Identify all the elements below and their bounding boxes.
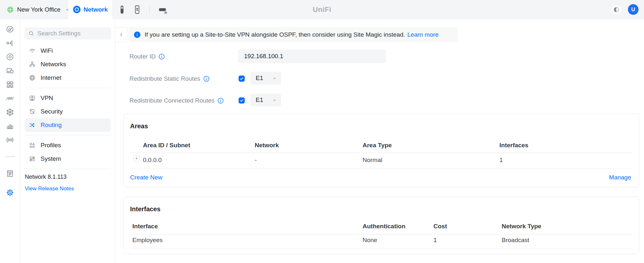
chevron-left-icon	[118, 32, 124, 38]
router-id-label: Router ID	[129, 53, 156, 60]
topology-icon[interactable]	[6, 39, 14, 47]
sidebar-item-system[interactable]: System	[24, 152, 111, 166]
areas-card-title: Areas	[130, 122, 148, 130]
settings-sidebar: WiFi Networks	[20, 19, 115, 263]
network-graph-icon[interactable]	[6, 108, 14, 116]
info-icon	[134, 32, 140, 38]
search-settings-box[interactable]	[24, 27, 111, 40]
sidebar-item-wifi[interactable]: WiFi	[24, 44, 111, 58]
dashboard-icon[interactable]	[6, 25, 14, 33]
table-divider	[130, 153, 632, 153]
search-settings-input[interactable]	[37, 30, 105, 37]
site-name: New York Office	[17, 6, 61, 13]
sidebar-item-routing[interactable]: Routing	[24, 118, 111, 132]
app-icon-rail	[0, 19, 20, 263]
area-id-cell: 0.0.0.0	[143, 157, 162, 164]
column-header: Authentication	[363, 223, 405, 230]
phone-device-icon[interactable]	[133, 5, 141, 14]
interfaces-table-header: Interface Authentication Cost Network Ty…	[124, 223, 639, 231]
system-logs-icon[interactable]	[6, 169, 14, 178]
sidebar-item-label: Networks	[41, 61, 66, 68]
settings-gear-icon[interactable]	[6, 188, 14, 197]
network-cell: -	[255, 157, 257, 164]
learn-more-link[interactable]: Learn more	[407, 31, 439, 38]
statistics-icon[interactable]	[6, 122, 14, 130]
sidebar-divider	[25, 88, 110, 88]
area-type-cell: Normal	[363, 157, 382, 164]
expand-row-button[interactable]	[133, 155, 140, 162]
table-divider	[130, 248, 632, 249]
doorbell-device-icon[interactable]	[119, 5, 125, 14]
column-header: Cost	[433, 223, 447, 230]
areas-card: Areas Area ID / Subnet Network Area Type…	[123, 113, 639, 187]
app-version: Network 8.1.113	[24, 174, 111, 180]
vpn-monitor-lock-icon	[29, 95, 35, 101]
topbar: New York Office Network	[0, 0, 644, 19]
sidebar-divider	[25, 135, 110, 135]
areas-table-header: Area ID / Subnet Network Area Type Inter…	[124, 142, 639, 150]
create-new-link[interactable]: Create New	[130, 174, 162, 181]
wifiman-icon[interactable]	[6, 94, 14, 103]
unifi-network-settings-page: New York Office Network	[0, 0, 644, 263]
router-id-input[interactable]	[238, 50, 386, 63]
column-header: Interfaces	[499, 142, 528, 149]
routing-settings-content: If you are setting up a Site-to-Site VPN…	[115, 19, 644, 263]
insights-icon[interactable]	[6, 80, 14, 89]
table-divider	[130, 234, 632, 234]
topbar-right: U	[612, 0, 644, 19]
collapse-sidebar-button[interactable]	[115, 27, 128, 42]
wifi-icon	[29, 48, 35, 54]
table-row[interactable]: Employees None 1 Broadcast	[124, 237, 639, 245]
sidebar-item-label: VPN	[41, 95, 53, 102]
unifi-logo: UniFi	[313, 0, 331, 19]
table-divider	[130, 168, 632, 168]
sidebar-item-networks[interactable]: Networks	[24, 58, 111, 71]
authentication-cell: None	[363, 237, 377, 244]
routing-arrows-icon	[29, 122, 35, 128]
column-header: Interface	[132, 223, 158, 230]
column-header: Network Type	[502, 223, 541, 230]
theme-contrast-toggle[interactable]	[612, 5, 621, 14]
table-row[interactable]: 0.0.0.0 - Normal 1	[124, 157, 639, 165]
chevron-down-icon	[272, 76, 277, 81]
interfaces-card: Interfaces Interface Authentication Cost…	[123, 196, 639, 254]
sidebar-item-label: Internet	[41, 74, 61, 81]
topbar-divider	[149, 6, 150, 14]
checkmark-icon	[240, 98, 244, 103]
redistribute-connected-metric-dropdown[interactable]: E1	[250, 94, 281, 106]
manage-link[interactable]: Manage	[609, 174, 631, 181]
sidebar-item-internet[interactable]: Internet	[24, 71, 111, 85]
checkmark-icon	[240, 77, 244, 81]
theme-contrast-icon	[613, 6, 620, 13]
interface-cell: Employees	[132, 237, 163, 244]
info-circle-icon[interactable]	[217, 97, 224, 104]
site-switcher[interactable]: New York Office	[0, 0, 68, 19]
redistribute-static-metric-dropdown[interactable]: E1	[250, 72, 281, 85]
redistribute-static-checkbox[interactable]	[239, 76, 245, 82]
sidebar-item-profiles[interactable]: Profiles	[24, 139, 111, 152]
column-header: Area Type	[363, 142, 392, 149]
sidebar-item-vpn[interactable]: VPN	[24, 91, 111, 105]
radios-icon[interactable]	[6, 136, 14, 144]
console-settings-icon[interactable]	[158, 5, 168, 14]
info-circle-icon[interactable]	[158, 53, 165, 60]
clients-icon[interactable]	[6, 67, 14, 75]
column-header: Network	[255, 142, 279, 149]
cost-cell: 1	[433, 237, 437, 244]
interfaces-count-cell: 1	[499, 157, 503, 164]
profiles-shapes-icon	[29, 142, 35, 149]
info-circle-icon[interactable]	[203, 76, 210, 82]
redistribute-connected-checkbox[interactable]	[239, 97, 245, 104]
redistribute-static-label: Redistribute Static Routes	[129, 75, 200, 82]
view-release-notes-link[interactable]: View Release Notes	[24, 186, 74, 192]
topbar-app-icons	[112, 0, 168, 19]
tab-network[interactable]: Network	[68, 0, 112, 19]
sidebar-item-label: Routing	[41, 122, 62, 129]
sidebar-item-security[interactable]: Security	[24, 105, 111, 118]
metric-type-value: E1	[256, 75, 263, 82]
unifi-devices-icon[interactable]	[6, 53, 14, 61]
sidebar-item-label: Profiles	[41, 142, 61, 149]
sidebar-item-label: Security	[41, 108, 63, 115]
user-avatar[interactable]: U	[628, 4, 639, 15]
info-banner: If you are setting up a Site-to-Site VPN…	[129, 27, 458, 42]
